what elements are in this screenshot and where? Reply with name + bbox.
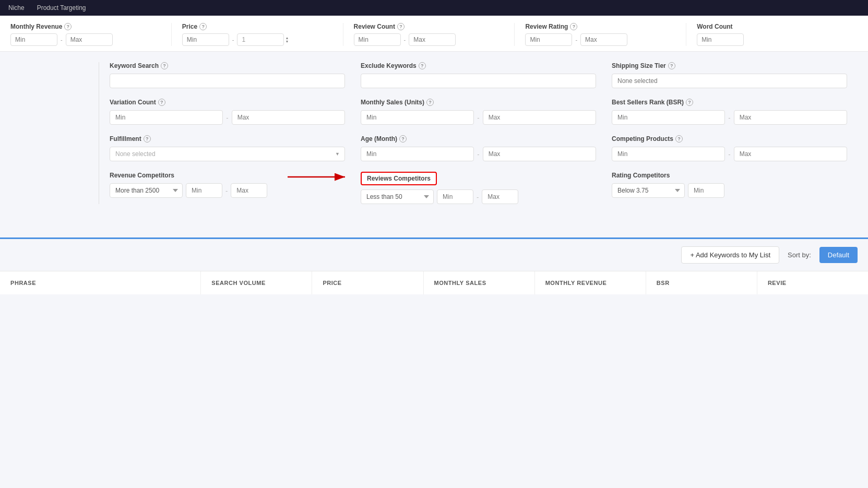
monthly-revenue-max[interactable] [66,33,113,46]
review-rating-min[interactable] [525,33,572,46]
bsr-help-icon[interactable]: ? [686,99,693,106]
keyword-search-help-icon[interactable]: ? [161,62,168,69]
review-rating-inputs: - [525,33,675,46]
competing-products-min[interactable] [612,147,725,161]
review-count-label: Review Count ? [354,23,504,30]
spacer [0,217,868,227]
reviews-competitors-min[interactable] [437,189,473,204]
age-month-help-icon[interactable]: ? [399,135,407,142]
exclude-keywords-col: Exclude Keywords ? [361,62,612,88]
revenue-competitors-select[interactable]: More than 2500 More than 1000 More than … [110,183,183,198]
filter-bar: Monthly Revenue ? - Price ? - ▲ ▼ Review… [0,16,868,52]
competing-products-label: Competing Products ? [612,135,847,142]
revenue-competitors-max[interactable] [231,183,267,198]
variation-count-min[interactable] [110,110,223,125]
monthly-sales-inputs: - [361,110,596,125]
rating-competitors-label: Rating Competitors [612,172,847,179]
age-month-label: Age (Month) ? [361,135,596,142]
shipping-size-tier-help-icon[interactable]: ? [668,62,675,69]
monthly-revenue-label: Monthly Revenue ? [10,23,161,30]
variation-count-help-icon[interactable]: ? [158,99,165,106]
reviews-competitors-highlight: Reviews Competitors [361,172,437,185]
review-count-help-icon[interactable]: ? [397,23,405,30]
price-help-icon[interactable]: ? [199,23,207,30]
review-rating-label: Review Rating ? [525,23,675,30]
revenue-competitors-min[interactable] [186,183,222,198]
bsr-inputs: - [612,110,847,125]
monthly-revenue-group: Monthly Revenue ? - [10,23,172,46]
word-count-min[interactable] [697,33,744,46]
review-rating-max[interactable] [580,33,627,46]
add-keywords-button[interactable]: + Add Keywords to My List [681,246,779,264]
bsr-separator: - [728,114,730,122]
rating-competitors-min[interactable] [688,183,724,198]
monthly-revenue-inputs: - [10,33,161,46]
review-count-min[interactable] [354,33,401,46]
bottom-action-bar: + Add Keywords to My List Sort by: Defau… [0,237,868,271]
variation-count-col: Variation Count ? - [110,99,361,125]
rating-competitors-inputs: Below 3.75 Below 4.0 Above 4.0 [612,183,847,198]
adv-row-3: Fulfillment ? None selected FBA FBM AMZ [110,135,847,161]
monthly-sales-max[interactable] [483,110,596,125]
exclude-keywords-input[interactable] [361,74,596,88]
th-bsr: BSR [646,271,757,294]
word-count-group: Word Count [686,23,858,46]
shipping-size-tier-label: Shipping Size Tier ? [612,62,847,69]
age-month-col: Age (Month) ? - [361,135,612,161]
top-navigation: Niche Product Targeting [0,0,868,16]
variation-count-max[interactable] [232,110,345,125]
price-max[interactable] [237,33,284,46]
bsr-min[interactable] [612,110,725,125]
exclude-keywords-help-icon[interactable]: ? [419,62,426,69]
keyword-search-input[interactable] [110,74,345,88]
nav-product-targeting[interactable]: Product Targeting [37,4,86,11]
price-up-icon[interactable]: ▲ [285,36,289,40]
th-phrase: PHRASE [0,271,201,294]
monthly-revenue-separator: - [61,37,63,43]
review-count-inputs: - [354,33,504,46]
review-rating-help-icon[interactable]: ? [570,23,577,30]
bsr-max[interactable] [734,110,847,125]
price-group: Price ? - ▲ ▼ [172,23,343,46]
reviews-competitors-highlight-label: Reviews Competitors [367,175,431,182]
fulfillment-select[interactable]: None selected FBA FBM AMZ [110,147,345,161]
reviews-sep: - [477,193,479,201]
monthly-sales-help-icon[interactable]: ? [426,99,434,106]
price-label: Price ? [182,23,332,30]
reviews-competitors-select[interactable]: Less than 50 Less than 100 Less than 200… [361,189,434,204]
monthly-sales-separator: - [477,114,479,122]
th-price: PRICE [312,271,423,294]
shipping-size-tier-input[interactable] [612,74,847,88]
th-reviews: REVIE [757,271,868,294]
rating-competitors-select[interactable]: Below 3.75 Below 4.0 Above 4.0 [612,183,685,198]
reviews-competitors-max[interactable] [482,189,518,204]
monthly-revenue-min[interactable] [10,33,57,46]
revenue-sep: - [225,187,228,195]
monthly-revenue-help-icon[interactable]: ? [64,23,72,30]
age-month-min[interactable] [361,147,474,161]
reviews-competitors-header-row: Reviews Competitors [361,172,596,185]
default-sort-button[interactable]: Default [819,247,858,263]
age-month-max[interactable] [483,147,596,161]
review-count-max[interactable] [409,33,456,46]
competing-products-help-icon[interactable]: ? [675,135,683,142]
advanced-section: Keyword Search ? Exclude Keywords ? [0,52,868,217]
fulfillment-help-icon[interactable]: ? [144,135,151,142]
price-inputs: - ▲ ▼ [182,33,332,46]
sort-by-label: Sort by: [788,251,811,259]
price-min[interactable] [182,33,229,46]
monthly-sales-min[interactable] [361,110,474,125]
word-count-label: Word Count [697,23,847,30]
variation-count-inputs: - [110,110,345,125]
table-header: PHRASE SEARCH VOLUME PRICE MONTHLY SALES… [0,271,868,294]
age-month-inputs: - [361,147,596,161]
price-down-icon[interactable]: ▼ [285,40,289,43]
nav-niche[interactable]: Niche [8,4,25,11]
age-month-separator: - [477,150,479,158]
variation-count-label: Variation Count ? [110,99,345,106]
competing-products-max[interactable] [734,147,847,161]
red-arrow-svg [288,172,350,182]
competitors-row: Revenue Competitors More than 2500 More … [110,172,847,204]
keyword-search-col: Keyword Search ? [110,62,361,88]
price-spinner: ▲ ▼ [285,36,289,43]
